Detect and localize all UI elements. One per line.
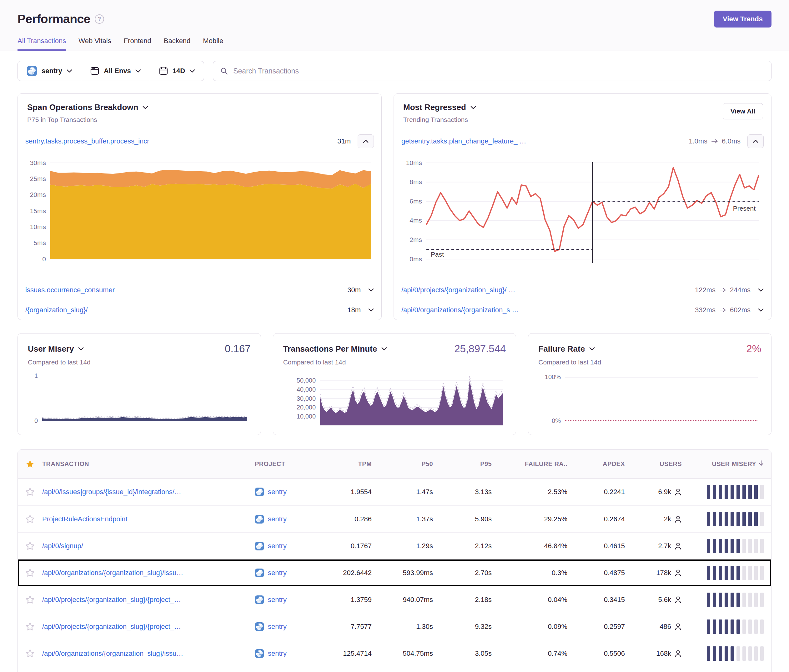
column-header-p95[interactable]: P95	[441, 460, 500, 468]
expand-button[interactable]	[368, 308, 374, 312]
user-icon	[674, 542, 682, 550]
column-header-apdex[interactable]: APDEX	[575, 460, 633, 468]
to-value: 602ms	[730, 306, 751, 314]
expand-button[interactable]	[758, 308, 764, 312]
project-link[interactable]: sentry	[268, 488, 287, 496]
collapse-button[interactable]	[747, 134, 764, 148]
python-icon	[27, 65, 37, 76]
project-filter[interactable]: sentry	[18, 61, 81, 81]
chevron-down-icon[interactable]	[142, 105, 148, 109]
transaction-link[interactable]: getsentry.tasks.plan_change_feature_ …	[401, 137, 526, 145]
transaction-link[interactable]: /api/0/projects/{organization_slug}/{pro…	[42, 596, 181, 603]
metric-cards: User Misery 0.167 Compared to last 14d 1…	[18, 333, 771, 435]
star-icon[interactable]	[18, 622, 42, 632]
user-misery-bar	[690, 646, 771, 661]
transaction-link[interactable]: issues.occurrence_consumer	[25, 286, 115, 294]
chevron-down-icon[interactable]	[78, 347, 84, 351]
svg-text:25ms: 25ms	[30, 175, 46, 182]
svg-text:100%: 100%	[545, 374, 561, 380]
table-row[interactable]: /api/0/projects/{organization_slug}/{pro…	[18, 586, 771, 613]
help-icon[interactable]: ?	[95, 14, 104, 24]
transaction-link[interactable]: ProjectRuleActionsEndpoint	[42, 515, 128, 523]
star-icon[interactable]	[18, 595, 42, 605]
failure-rate-value: 46.84%	[500, 542, 575, 550]
column-header-tpm[interactable]: TPM	[320, 460, 380, 468]
transaction-link[interactable]: /api/0/projects/{organization_slug}/ …	[401, 286, 515, 294]
column-header-failure-ra-[interactable]: FAILURE RA..	[500, 460, 575, 468]
star-icon[interactable]	[18, 648, 42, 659]
span-ops-subtitle: P75 in Top Transactions	[27, 116, 372, 123]
table-row[interactable]: /api/0/organizations/{organization_slug}…	[18, 559, 771, 586]
table-row[interactable]: /api/0/signup/sentry0.17671.29s2.12s46.8…	[18, 532, 771, 559]
table-row[interactable]	[18, 667, 771, 672]
user-misery-bar	[690, 485, 771, 499]
transaction-link[interactable]: /{organization_slug}/	[25, 306, 88, 314]
p95-value: 2.12s	[441, 542, 500, 550]
view-all-button[interactable]: View All	[723, 103, 763, 120]
favorites-column-star-icon[interactable]	[18, 459, 42, 469]
chevron-down-icon[interactable]	[589, 347, 595, 351]
p50-value: 1.37s	[380, 515, 441, 523]
table-row[interactable]: /api/0/organizations/{organization_slug}…	[18, 640, 771, 667]
star-icon[interactable]	[18, 487, 42, 497]
transaction-link[interactable]: /api/0/issues|groups/{issue_id}/integrat…	[42, 488, 181, 496]
project-link[interactable]: sentry	[268, 569, 287, 577]
star-icon[interactable]	[18, 541, 42, 551]
python-icon	[255, 622, 264, 631]
p95-value: 2.18s	[441, 596, 500, 604]
user-icon	[674, 569, 682, 577]
transaction-link[interactable]: /api/0/organizations/{organization_slug}…	[42, 650, 183, 657]
search-input[interactable]	[233, 67, 764, 75]
tab-frontend[interactable]: Frontend	[124, 37, 151, 51]
apdex-value: 0.3415	[575, 596, 633, 604]
arrow-right-icon	[719, 308, 726, 313]
expand-button[interactable]	[368, 288, 374, 292]
chevron-down-icon[interactable]	[470, 105, 476, 109]
column-header-user-misery[interactable]: USER MISERY	[690, 460, 771, 468]
apdex-value: 0.4615	[575, 542, 633, 550]
column-header-transaction[interactable]: TRANSACTION	[42, 460, 255, 468]
tab-all-transactions[interactable]: All Transactions	[18, 37, 66, 51]
project-link[interactable]: sentry	[268, 542, 287, 550]
users-value: 178k	[656, 569, 671, 577]
user-icon	[674, 596, 682, 604]
project-link[interactable]: sentry	[268, 650, 287, 658]
tab-mobile[interactable]: Mobile	[203, 37, 223, 51]
failure-rate-value: 0.74%	[500, 650, 575, 658]
card-subtitle: Compared to last 14d	[28, 359, 251, 366]
project-link[interactable]: sentry	[268, 515, 287, 523]
most-regressed-subtitle: Trending Transactions	[403, 116, 762, 123]
column-header-project[interactable]: PROJECT	[255, 460, 320, 468]
span-operations-panel: Span Operations Breakdown P75 in Top Tra…	[18, 93, 382, 320]
project-link[interactable]: sentry	[268, 596, 287, 604]
view-trends-button[interactable]: View Trends	[714, 11, 771, 27]
project-link[interactable]: sentry	[268, 623, 287, 631]
apdex-value: 0.4875	[575, 569, 633, 577]
star-icon[interactable]	[18, 514, 42, 524]
table-row[interactable]: ProjectRuleActionsEndpointsentry0.2861.3…	[18, 505, 771, 532]
users-value: 5.6k	[658, 596, 671, 604]
table-row[interactable]: /api/0/projects/{organization_slug}/{pro…	[18, 613, 771, 640]
star-icon[interactable]	[18, 568, 42, 578]
table-row[interactable]: /api/0/issues|groups/{issue_id}/integrat…	[18, 479, 771, 505]
transaction-link[interactable]: sentry.tasks.process_buffer.process_incr	[25, 137, 149, 145]
chevron-down-icon[interactable]	[382, 347, 387, 351]
collapse-button[interactable]	[358, 134, 374, 148]
transaction-link[interactable]: /api/0/organizations/{organization_s …	[401, 306, 519, 314]
tab-web-vitals[interactable]: Web Vitals	[78, 37, 111, 51]
svg-text:10ms: 10ms	[406, 159, 422, 166]
expand-button[interactable]	[758, 288, 764, 292]
transaction-link[interactable]: /api/0/signup/	[42, 542, 83, 550]
tpm-value: 1.3759	[320, 596, 380, 604]
transaction-link[interactable]: /api/0/projects/{organization_slug}/{pro…	[42, 623, 181, 630]
transaction-link[interactable]: /api/0/organizations/{organization_slug}…	[42, 569, 183, 577]
date-range-filter[interactable]: 14D	[150, 61, 204, 81]
column-header-users[interactable]: USERS	[633, 460, 690, 468]
tab-backend[interactable]: Backend	[164, 37, 191, 51]
users-value: 168k	[656, 650, 671, 658]
column-header-p50[interactable]: P50	[380, 460, 441, 468]
from-value: 332ms	[695, 306, 716, 314]
page-title: Performance	[18, 12, 90, 26]
chevron-down-icon	[135, 69, 141, 73]
environment-filter[interactable]: All Envs	[81, 61, 150, 81]
